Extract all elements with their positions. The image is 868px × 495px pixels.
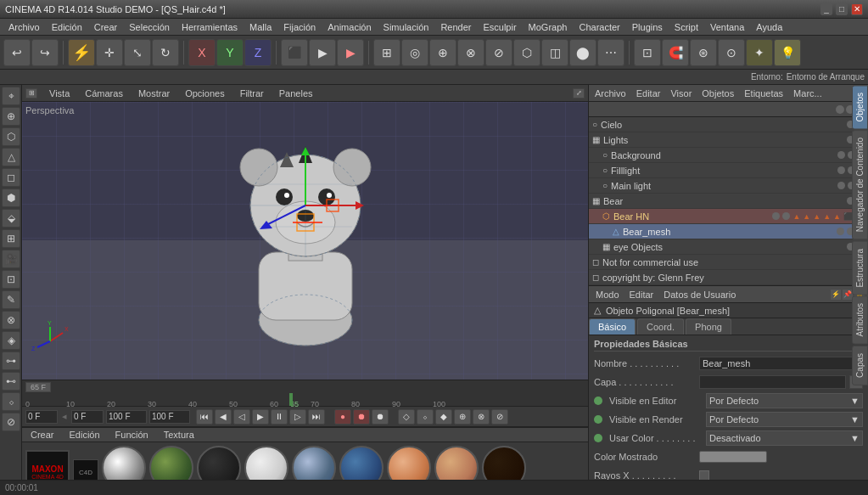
render-button[interactable]: ▶ — [337, 39, 364, 66]
obj-cielo[interactable]: ○ Cielo — [589, 117, 868, 132]
total-frames-input[interactable] — [149, 410, 190, 424]
right-tab-capas[interactable]: Capas — [852, 346, 868, 385]
key-btn-1[interactable]: ◇ — [398, 409, 415, 425]
attr-tab-coord[interactable]: Coord. — [637, 318, 684, 335]
left-tool-15[interactable]: ⬦ — [2, 392, 20, 411]
attr-tab-phong[interactable]: Phong — [686, 318, 731, 335]
bg-vis-dot[interactable] — [837, 151, 845, 159]
vp-menu-show[interactable]: Mostrar — [135, 87, 173, 100]
menu-item-plugins[interactable]: Plugins — [627, 20, 668, 34]
main-vis-dot[interactable] — [837, 182, 845, 189]
obj-filllight[interactable]: ○ Filllight ✓ — [589, 163, 868, 178]
obj-lights[interactable]: ▦ Lights — [589, 132, 868, 148]
menu-item-crear[interactable]: Crear — [89, 20, 123, 34]
render-region-button[interactable]: ⬛ — [281, 39, 308, 66]
right-tab-navegador[interactable]: Navegador de Contenido — [852, 130, 868, 239]
obj-eye-objects[interactable]: ▦ eye Objects — [589, 239, 868, 255]
left-tool-16[interactable]: ⊘ — [2, 413, 20, 431]
left-tool-1[interactable]: ⊕ — [2, 107, 20, 126]
mat-menu-create[interactable]: Crear — [27, 428, 58, 442]
vp-menu-panels[interactable]: Paneles — [276, 87, 316, 100]
key-btn-3[interactable]: ◆ — [435, 409, 452, 425]
left-tool-7[interactable]: ⊞ — [2, 229, 20, 248]
play-back-button[interactable]: ◁ — [233, 409, 250, 425]
obj-menu-editar[interactable]: Editar — [634, 87, 664, 100]
menu-item-fijación[interactable]: Fijación — [278, 20, 321, 34]
record-btn[interactable]: ● — [334, 409, 351, 425]
coord-x-button[interactable]: X — [188, 39, 216, 66]
obj-bearmesh[interactable]: △ Bear_mesh ▶ — [589, 224, 868, 239]
vp-menu-filter[interactable]: Filtrar — [237, 87, 267, 100]
obj-menu-visor[interactable]: Visor — [668, 87, 694, 100]
prev-frame-button[interactable]: ◀ — [215, 409, 232, 425]
left-tool-8[interactable]: 🎥 — [2, 250, 20, 268]
scale-button[interactable]: ⤡ — [124, 39, 151, 66]
menu-item-ayuda[interactable]: Ayuda — [751, 20, 787, 34]
frame-end-input[interactable] — [106, 410, 147, 424]
current-frame-input[interactable] — [71, 410, 104, 424]
bearhn-vis-dot[interactable] — [772, 212, 780, 220]
tool6-button[interactable]: ⬡ — [513, 39, 540, 66]
frame-start-input[interactable] — [25, 410, 58, 424]
menu-item-esculpir[interactable]: Esculpir — [478, 20, 521, 34]
render-view-button[interactable]: ▶ — [309, 39, 336, 66]
close-button[interactable]: ✕ — [851, 3, 863, 15]
attr-vis-render-dropdown[interactable]: Por Defecto ▼ — [706, 412, 863, 427]
pause-button[interactable]: ⏸ — [271, 409, 288, 425]
tool1-button[interactable]: ⊞ — [373, 39, 400, 66]
attr-capa-input[interactable] — [699, 375, 846, 389]
right-tab-atributos[interactable]: Atributos — [852, 295, 868, 344]
tool5-button[interactable]: ⊘ — [485, 39, 512, 66]
obj-menu-marc[interactable]: Marc... — [791, 87, 825, 100]
left-tool-11[interactable]: ⊗ — [2, 311, 20, 329]
light-button[interactable]: 💡 — [774, 39, 801, 66]
key-btn-6[interactable]: ⊘ — [491, 409, 508, 425]
menu-item-mograph[interactable]: MoGraph — [524, 20, 573, 34]
obj-copyright[interactable]: ◻ copyright by: Glenn Frey — [589, 270, 868, 285]
menu-item-simulación[interactable]: Simulación — [378, 20, 434, 34]
skip-start-button[interactable]: ⏮ — [196, 409, 213, 425]
coord-y-button[interactable]: Y — [216, 39, 244, 66]
tool9-button[interactable]: ⋯ — [597, 39, 624, 66]
menu-item-render[interactable]: Render — [435, 20, 476, 34]
viewport-main[interactable]: Perspectiva — [22, 102, 588, 380]
menu-item-script[interactable]: Script — [669, 20, 703, 34]
left-tool-13[interactable]: ⊶ — [2, 352, 20, 370]
menu-item-malla[interactable]: Malla — [244, 20, 277, 34]
attr-menu-editar[interactable]: Editar — [626, 288, 658, 301]
menu-item-character[interactable]: Character — [574, 20, 624, 34]
magnet-button[interactable]: 🧲 — [662, 39, 689, 66]
menu-item-animación[interactable]: Animación — [322, 20, 376, 34]
snap-button[interactable]: ⊡ — [634, 39, 661, 66]
tool8-button[interactable]: ⬤ — [569, 39, 596, 66]
attr-menu-modo[interactable]: Modo — [592, 288, 623, 301]
menu-item-herramientas[interactable]: Herramientas — [176, 20, 243, 34]
key-btn-4[interactable]: ⊕ — [454, 409, 471, 425]
mat-menu-function[interactable]: Función — [112, 428, 152, 442]
vp-menu-vista[interactable]: Vista — [46, 87, 73, 100]
obj-background[interactable]: ○ Background ✓ — [589, 148, 868, 163]
coord-z-button[interactable]: Z — [244, 39, 272, 66]
rotate-button[interactable]: ↻ — [152, 39, 179, 66]
undo-button[interactable]: ↩ — [3, 39, 31, 66]
fill-vis-dot[interactable] — [837, 166, 845, 174]
vp-corner-btn[interactable]: ⊞ — [25, 88, 37, 98]
attr-icon-1[interactable]: ⚡ — [831, 290, 841, 300]
left-tool-12[interactable]: ◈ — [2, 331, 20, 350]
tool4-button[interactable]: ⊗ — [457, 39, 484, 66]
obj-mainlight[interactable]: ○ Main light ✓ — [589, 178, 868, 194]
vp-menu-cameras[interactable]: Cámaras — [81, 87, 126, 100]
obj-menu-archivo[interactable]: Archivo — [592, 87, 629, 100]
attr-vis-editor-dropdown[interactable]: Por Defecto ▼ — [706, 393, 863, 408]
left-tool-3[interactable]: △ — [2, 148, 20, 166]
attr-nombre-input[interactable] — [699, 357, 863, 370]
tool3-button[interactable]: ⊕ — [429, 39, 456, 66]
key-btn-5[interactable]: ⊗ — [473, 409, 490, 425]
left-tool-4[interactable]: ◻ — [2, 168, 20, 187]
attr-menu-datos[interactable]: Datos de Usuario — [660, 288, 739, 301]
snap4-button[interactable]: ✦ — [746, 39, 773, 66]
menu-item-edición[interactable]: Edición — [47, 20, 87, 34]
minimize-button[interactable]: _ — [820, 3, 832, 15]
menu-item-archivo[interactable]: Archivo — [3, 20, 45, 34]
obj-bear[interactable]: ▦ Bear — [589, 194, 868, 209]
